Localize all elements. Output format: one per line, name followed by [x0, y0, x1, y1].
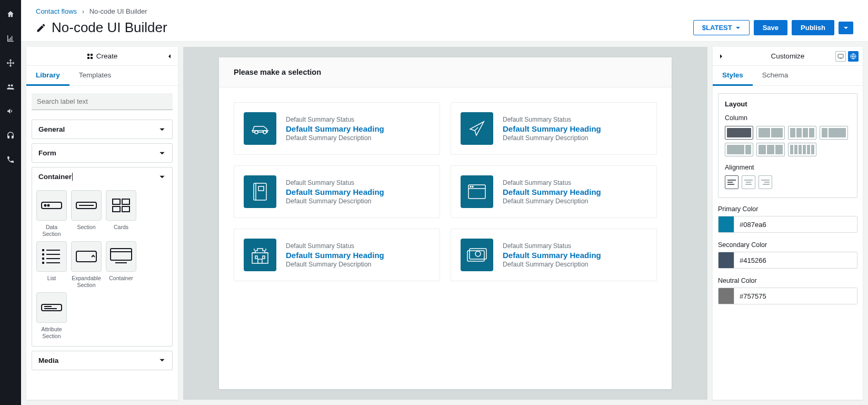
routing-icon[interactable]	[6, 58, 15, 67]
publish-button[interactable]: Publish	[792, 20, 834, 35]
col-2[interactable]	[756, 126, 785, 140]
card-heading: Default Summary Heading	[286, 187, 384, 196]
card-heading: Default Summary Heading	[503, 124, 601, 133]
primary-swatch	[719, 216, 734, 232]
version-dropdown[interactable]: $LATEST	[693, 20, 750, 35]
collapse-right-icon[interactable]	[718, 53, 724, 60]
search-input[interactable]	[32, 93, 173, 110]
desktop-view-icon[interactable]	[835, 51, 846, 62]
card-text: Default Summary StatusDefault Summary He…	[503, 179, 601, 205]
tab-templates[interactable]: Templates	[69, 66, 121, 85]
breadcrumb-link[interactable]: Contact flows	[36, 7, 77, 15]
primary-color-input[interactable]: #087ea6	[718, 216, 857, 233]
lib-thumb	[106, 241, 136, 272]
metrics-icon[interactable]	[6, 34, 15, 43]
card-desc: Default Summary Description	[286, 261, 384, 268]
chevron-down-icon	[158, 173, 166, 181]
lib-label: Data Section	[36, 224, 67, 237]
page-title: No-code UI Builder	[36, 19, 167, 36]
card-text: Default Summary StatusDefault Summary He…	[286, 179, 384, 205]
summary-card[interactable]: Default Summary StatusDefault Summary He…	[234, 102, 440, 155]
col-1-3[interactable]	[820, 126, 848, 140]
breadcrumb: Contact flows › No-code UI Builder	[36, 7, 853, 15]
svg-rect-15	[42, 253, 44, 255]
web-view-icon[interactable]	[848, 51, 859, 62]
card-desc: Default Summary Description	[503, 261, 601, 268]
card-status: Default Summary Status	[286, 242, 384, 250]
svg-rect-10	[122, 199, 129, 204]
accordion-header-media[interactable]: Media	[32, 351, 172, 370]
lib-label: List	[47, 275, 56, 282]
chevron-down-icon	[158, 357, 166, 364]
lib-thumb	[71, 190, 102, 221]
tab-library[interactable]: Library	[26, 66, 69, 86]
col-3[interactable]	[756, 143, 785, 156]
column-label: Column	[725, 114, 851, 122]
tab-styles[interactable]: Styles	[713, 66, 753, 86]
chevron-right-icon: ›	[82, 7, 84, 15]
lib-label: Attribute Section	[36, 326, 67, 339]
card-text: Default Summary StatusDefault Summary He…	[503, 116, 601, 142]
lib-thumb	[36, 292, 67, 323]
card-heading: Default Summary Heading	[503, 251, 601, 260]
lib-label: Section	[77, 224, 95, 231]
neutral-color-input[interactable]: #757575	[718, 288, 857, 304]
breadcrumb-current: No-code UI Builder	[89, 7, 147, 15]
caret-down-icon	[843, 25, 849, 31]
right-panel: Customize Styles Schema Layout Column	[713, 47, 863, 400]
summary-card[interactable]: Default Summary StatusDefault Summary He…	[234, 165, 440, 218]
more-dropdown[interactable]	[839, 22, 853, 34]
left-panel: Create Library Templates General Form	[26, 47, 178, 400]
users-icon[interactable]	[6, 82, 15, 92]
svg-rect-32	[258, 186, 264, 191]
col-6[interactable]	[788, 143, 816, 156]
lib-item[interactable]: Attribute Section	[36, 292, 67, 339]
headset-icon[interactable]	[6, 131, 15, 140]
col-3-1[interactable]	[725, 143, 753, 156]
summary-card[interactable]: Default Summary StatusDefault Summary He…	[234, 229, 440, 281]
lib-item[interactable]: List	[36, 241, 67, 288]
secondary-color-input[interactable]: #415266	[718, 252, 857, 269]
card-text: Default Summary StatusDefault Summary He…	[286, 242, 384, 268]
accordion-header-container[interactable]: Container	[32, 167, 172, 186]
align-left[interactable]	[725, 175, 739, 189]
container-items: Data SectionSectionCardsListExpandable S…	[32, 186, 172, 346]
save-button[interactable]: Save	[754, 20, 787, 35]
primary-color-label: Primary Color	[718, 205, 857, 213]
lib-thumb	[36, 190, 67, 221]
phone-icon[interactable]	[6, 155, 15, 164]
lib-item[interactable]: Section	[71, 190, 102, 237]
card-icon	[461, 112, 493, 145]
lib-item[interactable]: Data Section	[36, 190, 67, 237]
lib-item[interactable]: Expandable Section	[71, 241, 102, 288]
announce-icon[interactable]	[6, 106, 15, 116]
accordion-header-general[interactable]: General	[32, 120, 172, 139]
align-center[interactable]	[742, 175, 755, 189]
col-4[interactable]	[788, 126, 816, 140]
svg-rect-9	[113, 199, 120, 204]
lib-label: Container	[109, 275, 133, 282]
grid-icon	[87, 53, 93, 60]
tab-schema[interactable]: Schema	[753, 66, 798, 85]
layout-heading: Layout	[725, 100, 851, 108]
summary-card[interactable]: Default Summary StatusDefault Summary He…	[451, 229, 657, 281]
primary-color-section: Primary Color #087ea6	[718, 205, 857, 235]
lib-thumb	[36, 241, 67, 272]
svg-rect-18	[46, 258, 60, 259]
svg-rect-12	[122, 206, 129, 212]
summary-card[interactable]: Default Summary StatusDefault Summary He…	[451, 165, 657, 218]
home-icon[interactable]	[6, 9, 15, 19]
card-status: Default Summary Status	[286, 116, 384, 123]
lib-item[interactable]: Container	[106, 241, 136, 288]
accordion-header-form[interactable]: Form	[32, 144, 172, 162]
svg-point-41	[475, 251, 481, 256]
collapse-left-icon[interactable]	[166, 53, 173, 60]
svg-rect-14	[46, 250, 60, 251]
col-1[interactable]	[725, 126, 753, 140]
lib-item[interactable]: Cards	[106, 190, 136, 237]
align-right[interactable]	[759, 175, 772, 189]
summary-card[interactable]: Default Summary StatusDefault Summary He…	[451, 102, 657, 155]
card-icon	[461, 175, 493, 208]
svg-rect-2	[87, 57, 89, 59]
section-label: Container	[38, 173, 73, 181]
